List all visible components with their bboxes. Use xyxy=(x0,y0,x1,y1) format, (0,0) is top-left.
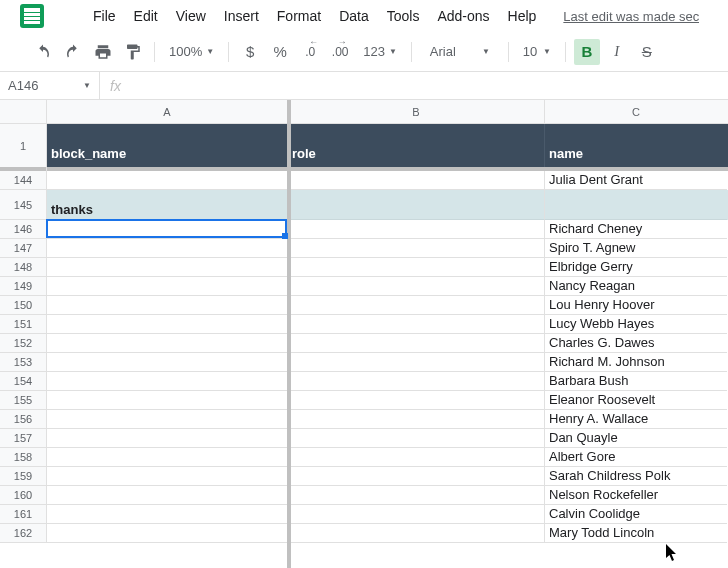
cell[interactable] xyxy=(47,429,288,448)
font-size-dropdown[interactable]: 10▼ xyxy=(517,39,557,65)
row-header[interactable]: 162 xyxy=(0,524,46,543)
cell[interactable]: Nancy Reagan xyxy=(545,277,727,296)
number-format-dropdown[interactable]: 123▼ xyxy=(357,39,403,65)
cell[interactable] xyxy=(288,220,545,239)
cell[interactable] xyxy=(288,190,545,220)
menu-addons[interactable]: Add-ons xyxy=(428,4,498,28)
column-header-c[interactable]: C xyxy=(545,100,727,123)
cell[interactable]: Elbridge Gerry xyxy=(545,258,727,277)
cell[interactable]: Charles G. Dawes xyxy=(545,334,727,353)
row-header[interactable]: 147 xyxy=(0,239,46,258)
row-header[interactable]: 155 xyxy=(0,391,46,410)
cell[interactable] xyxy=(288,391,545,410)
print-button[interactable] xyxy=(90,39,116,65)
cell[interactable]: Barbara Bush xyxy=(545,372,727,391)
cell[interactable] xyxy=(47,171,288,190)
cell[interactable] xyxy=(288,486,545,505)
cell[interactable]: Mary Todd Lincoln xyxy=(545,524,727,543)
row-header-1[interactable]: 1 xyxy=(0,124,46,171)
zoom-dropdown[interactable]: 100%▼ xyxy=(163,39,220,65)
cell[interactable]: Julia Dent Grant xyxy=(545,171,727,190)
cell[interactable] xyxy=(288,334,545,353)
cell[interactable]: Dan Quayle xyxy=(545,429,727,448)
cell[interactable] xyxy=(288,505,545,524)
menu-file[interactable]: File xyxy=(84,4,125,28)
row-header[interactable]: 152 xyxy=(0,334,46,353)
row-header[interactable]: 160 xyxy=(0,486,46,505)
cell[interactable] xyxy=(47,467,288,486)
cell[interactable] xyxy=(545,190,727,220)
decrease-decimal-button[interactable]: .0← xyxy=(297,39,323,65)
select-all-corner[interactable] xyxy=(0,100,47,124)
menu-format[interactable]: Format xyxy=(268,4,330,28)
cell[interactable] xyxy=(288,410,545,429)
cell[interactable] xyxy=(47,220,288,239)
cell[interactable] xyxy=(288,448,545,467)
last-edit-link[interactable]: Last edit was made sec xyxy=(563,9,699,24)
row-header[interactable]: 159 xyxy=(0,467,46,486)
row-header[interactable]: 158 xyxy=(0,448,46,467)
cell-header-a[interactable]: block_name xyxy=(47,124,288,167)
cell[interactable] xyxy=(288,372,545,391)
percent-button[interactable]: % xyxy=(267,39,293,65)
cell[interactable] xyxy=(47,505,288,524)
font-dropdown[interactable]: Arial▼ xyxy=(420,39,500,65)
row-header[interactable]: 150 xyxy=(0,296,46,315)
formula-input[interactable] xyxy=(131,72,728,99)
row-header[interactable]: 151 xyxy=(0,315,46,334)
cell[interactable] xyxy=(47,296,288,315)
cell[interactable]: thanks xyxy=(47,190,288,220)
row-header[interactable]: 157 xyxy=(0,429,46,448)
row-header[interactable]: 146 xyxy=(0,220,46,239)
cell-header-b[interactable]: role xyxy=(288,124,545,167)
cell[interactable] xyxy=(288,258,545,277)
cell[interactable]: Eleanor Roosevelt xyxy=(545,391,727,410)
row-header[interactable]: 154 xyxy=(0,372,46,391)
column-header-a[interactable]: A xyxy=(47,100,288,123)
row-header[interactable]: 161 xyxy=(0,505,46,524)
menu-insert[interactable]: Insert xyxy=(215,4,268,28)
undo-button[interactable] xyxy=(30,39,56,65)
cell[interactable]: Albert Gore xyxy=(545,448,727,467)
cell[interactable]: Spiro T. Agnew xyxy=(545,239,727,258)
cell[interactable] xyxy=(47,277,288,296)
cell[interactable] xyxy=(288,315,545,334)
cell[interactable] xyxy=(47,410,288,429)
cell[interactable] xyxy=(47,524,288,543)
cell[interactable]: Richard Cheney xyxy=(545,220,727,239)
cell[interactable]: Richard M. Johnson xyxy=(545,353,727,372)
paint-format-button[interactable] xyxy=(120,39,146,65)
spreadsheet-grid[interactable]: A B C 1 14414514614714814915015115215315… xyxy=(0,100,728,568)
row-header[interactable]: 145 xyxy=(0,190,46,220)
cell[interactable] xyxy=(288,277,545,296)
menu-data[interactable]: Data xyxy=(330,4,378,28)
row-header[interactable]: 144 xyxy=(0,171,46,190)
sheets-logo-icon[interactable] xyxy=(20,4,44,28)
cell[interactable] xyxy=(47,258,288,277)
row-header[interactable]: 148 xyxy=(0,258,46,277)
cell[interactable] xyxy=(47,372,288,391)
cell[interactable] xyxy=(47,486,288,505)
italic-button[interactable]: I xyxy=(604,39,630,65)
cell[interactable] xyxy=(288,467,545,486)
menu-help[interactable]: Help xyxy=(499,4,546,28)
cell[interactable] xyxy=(288,524,545,543)
cell[interactable] xyxy=(47,334,288,353)
cell[interactable] xyxy=(288,239,545,258)
menu-edit[interactable]: Edit xyxy=(125,4,167,28)
cell[interactable]: Lucy Webb Hayes xyxy=(545,315,727,334)
cell[interactable]: Henry A. Wallace xyxy=(545,410,727,429)
cell[interactable] xyxy=(288,171,545,190)
cell[interactable] xyxy=(47,391,288,410)
name-box[interactable]: A146▼ xyxy=(0,72,100,99)
menu-view[interactable]: View xyxy=(167,4,215,28)
cell[interactable] xyxy=(47,448,288,467)
row-header[interactable]: 149 xyxy=(0,277,46,296)
cell[interactable] xyxy=(47,353,288,372)
cell-header-c[interactable]: name xyxy=(545,124,727,167)
cell[interactable]: Lou Henry Hoover xyxy=(545,296,727,315)
cell[interactable] xyxy=(288,296,545,315)
cell[interactable]: Sarah Childress Polk xyxy=(545,467,727,486)
cell[interactable] xyxy=(47,239,288,258)
column-header-b[interactable]: B xyxy=(288,100,545,123)
